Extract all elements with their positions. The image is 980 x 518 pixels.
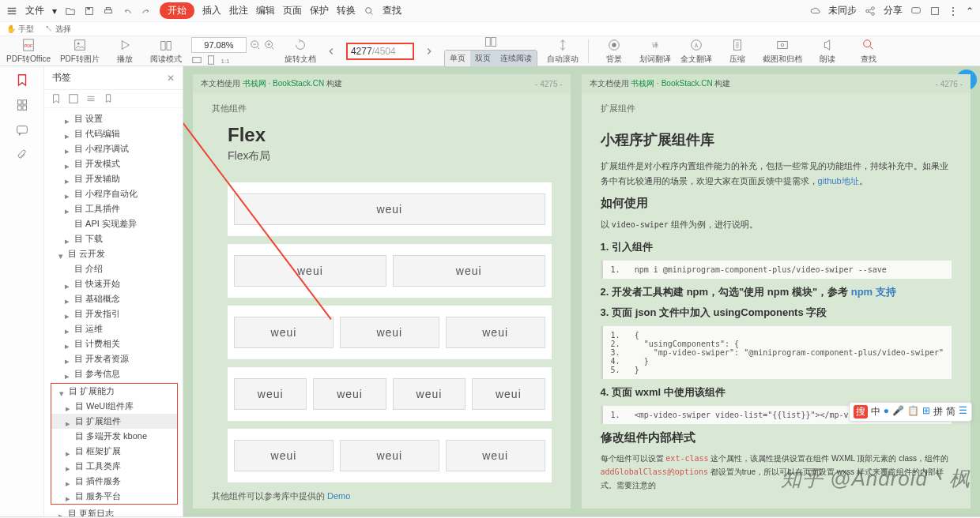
layout-single[interactable]: 单页 — [445, 51, 470, 66]
menu-page[interactable]: 页面 — [283, 4, 302, 17]
tree-node[interactable]: ▸目 下载 — [51, 231, 183, 246]
tree-node[interactable]: ▸目 WeUI组件库 — [51, 399, 177, 414]
fit-page-icon[interactable] — [205, 54, 217, 66]
next-page-icon[interactable] — [424, 46, 435, 57]
collapse-ribbon-icon[interactable]: ⌃ — [966, 6, 974, 17]
add-bookmark-icon[interactable] — [51, 93, 62, 104]
search-icon[interactable] — [364, 6, 375, 17]
menu-search[interactable]: 查找 — [383, 4, 401, 17]
tree-node[interactable]: 目 API 实现差异 — [51, 216, 183, 231]
redo-icon[interactable] — [141, 6, 152, 17]
compress[interactable]: 压缩 — [722, 38, 753, 65]
tree-node[interactable]: ▸目 工具插件 — [51, 201, 183, 216]
menu-protect[interactable]: 保护 — [310, 4, 329, 17]
thumbnail-icon[interactable] — [15, 98, 29, 112]
heading-flex: Flex — [228, 124, 552, 146]
page-layout-segmented[interactable]: 单页 双页 连续阅读 — [444, 50, 537, 67]
print-icon[interactable] — [103, 6, 114, 17]
undo-icon[interactable] — [122, 6, 133, 17]
cloud-icon[interactable] — [809, 6, 820, 17]
hand-tool[interactable]: ✋ 手型 — [6, 24, 34, 35]
tree-node[interactable]: ▸目 计费相关 — [51, 336, 183, 351]
menu-start[interactable]: 开始 — [160, 2, 194, 19]
npm-support-link[interactable]: npm 支持 — [851, 286, 896, 298]
github-link[interactable]: github地址 — [818, 176, 859, 186]
svg-rect-2 — [105, 9, 112, 13]
zoom-in-icon[interactable] — [264, 39, 275, 51]
menu-edit[interactable]: 编辑 — [256, 4, 275, 17]
comment-icon[interactable] — [15, 123, 29, 137]
tree-node[interactable]: ▸目 运维 — [51, 321, 183, 336]
tree-node[interactable]: ▸目 设置 — [51, 111, 183, 126]
zoom-value[interactable]: 97.08% — [191, 37, 247, 53]
play-button[interactable]: 播放 — [109, 38, 141, 65]
bookmark-tool-icon[interactable] — [103, 93, 114, 104]
demo-link[interactable]: Demo — [327, 491, 350, 501]
screenshot[interactable]: 截图和归档 — [763, 38, 802, 65]
tree-node[interactable]: ▸目 开发模式 — [51, 156, 183, 171]
fit-width-icon[interactable] — [191, 54, 202, 66]
share-label[interactable]: 分享 — [884, 4, 903, 17]
layout-double[interactable]: 双页 — [470, 51, 496, 66]
svg-rect-17 — [193, 57, 202, 62]
more-icon[interactable]: ⋮ — [948, 6, 958, 17]
tree-node[interactable]: ▸目 小程序调试 — [51, 141, 183, 156]
menu-file[interactable]: 文件 — [25, 4, 44, 17]
tree-node[interactable]: ▸目 开发辅助 — [51, 171, 183, 186]
pdf-to-office[interactable]: PDFPDF转Office — [6, 38, 51, 65]
tree-node[interactable]: ▸目 更新日志 — [51, 506, 183, 516]
tree-node[interactable]: ▸目 参考信息 — [51, 366, 183, 381]
prev-page-icon[interactable] — [326, 46, 337, 57]
auto-scroll[interactable]: 自动滚动 — [547, 38, 579, 65]
background[interactable]: 背景 — [598, 38, 630, 65]
read-mode[interactable]: 阅读模式 — [150, 38, 182, 65]
tree-node[interactable]: ▾目 云开发 — [51, 246, 183, 261]
tree-node[interactable]: 目 介绍 — [51, 261, 183, 276]
layout-continuous[interactable]: 连续阅读 — [496, 51, 537, 66]
tree-node[interactable]: ▸目 基础概念 — [51, 291, 183, 306]
read-aloud[interactable]: 朗读 — [812, 38, 843, 65]
menu-convert[interactable]: 转换 — [337, 4, 356, 17]
find[interactable]: 查找 — [853, 38, 884, 65]
sidebar-close-icon[interactable]: ✕ — [167, 73, 175, 84]
share-icon[interactable] — [865, 6, 876, 17]
page-input[interactable]: 4277/4504 — [346, 43, 414, 60]
tree-node[interactable]: ▸目 代码编辑 — [51, 126, 183, 141]
translate-selection[interactable]: 译划词翻译 — [639, 38, 671, 65]
collapse-icon[interactable] — [85, 93, 96, 104]
tree-node[interactable]: ▸目 快速开始 — [51, 276, 183, 291]
rotate-doc[interactable]: 旋转文档 — [285, 38, 316, 65]
pdf-to-image[interactable]: PDF转图片 — [60, 38, 100, 65]
expand-icon[interactable] — [68, 93, 79, 104]
tree-node[interactable]: ▸目 扩展组件 — [51, 414, 177, 429]
tree-node[interactable]: ▸目 框架扩展 — [51, 444, 177, 459]
hamburger-icon[interactable] — [6, 6, 17, 17]
tree-node[interactable]: 目 多端开发 kbone — [51, 429, 177, 444]
attachment-icon[interactable] — [15, 148, 29, 163]
select-tool[interactable]: ↖ 选择 — [45, 24, 71, 35]
svg-rect-18 — [208, 55, 213, 64]
window-icon[interactable] — [929, 6, 940, 17]
menu-comment[interactable]: 批注 — [229, 4, 248, 17]
menu-dropdown-icon[interactable]: ▾ — [52, 6, 57, 17]
ime-bar[interactable]: 搜 中● 🎤 📋 ⊞ 拼简 ☰ — [849, 402, 972, 422]
actual-size-icon[interactable]: 1:1 — [220, 54, 231, 66]
sync-status[interactable]: 未同步 — [828, 4, 857, 17]
translate-full[interactable]: A全文翻译 — [680, 38, 712, 65]
tree-node[interactable]: ▸目 开发者资源 — [51, 351, 183, 366]
open-icon[interactable] — [65, 6, 76, 17]
tree-node[interactable]: ▸目 开发指引 — [51, 306, 183, 321]
tree-node[interactable]: ▸目 插件服务 — [51, 474, 177, 489]
tree-node[interactable]: ▾目 扩展能力 — [51, 384, 177, 399]
menu-insert[interactable]: 插入 — [202, 4, 221, 17]
bookmark-icon[interactable] — [15, 73, 29, 87]
save-icon[interactable] — [84, 6, 95, 17]
document-viewport[interactable]: 本文档使用 书栈网 · BookStack.CN 构建 - 4275 - 其他组… — [183, 66, 980, 516]
chat-icon[interactable] — [910, 6, 922, 17]
tree-node[interactable]: ▸目 服务平台 — [51, 489, 177, 504]
zoom-out-icon[interactable] — [250, 39, 261, 51]
svg-text:译: 译 — [652, 41, 658, 48]
sub-toolbar: ✋ 手型 ↖ 选择 — [0, 22, 980, 36]
tree-node[interactable]: ▸目 工具类库 — [51, 459, 177, 474]
tree-node[interactable]: ▸目 小程序自动化 — [51, 186, 183, 201]
